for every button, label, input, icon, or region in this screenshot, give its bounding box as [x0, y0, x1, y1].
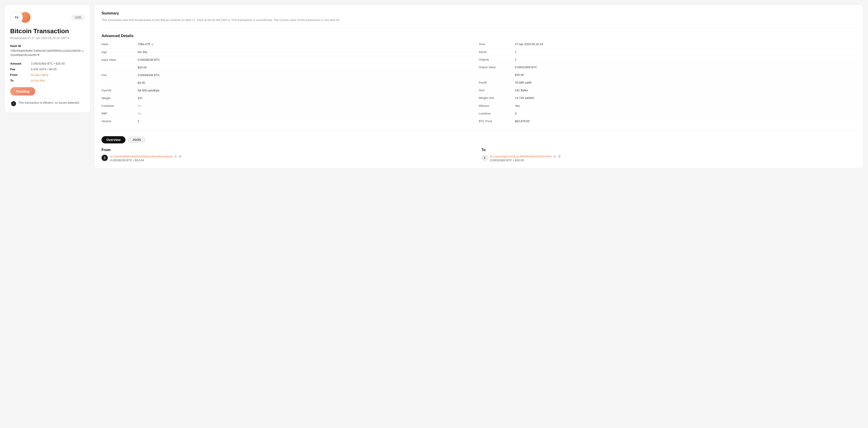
from-address[interactable]: bc1qw-a3phy	[31, 73, 85, 76]
fee-label: Fee	[10, 68, 28, 71]
adv-key: Fee/B	[479, 79, 515, 87]
adv-val: 33.696 sat/B	[515, 79, 856, 87]
adv-key: Coinbase	[101, 102, 138, 110]
summary-title: Summary	[101, 11, 856, 15]
amount-value: 0.00031800 BTC • $20.00	[31, 62, 85, 65]
adv-key: Locktime	[479, 110, 515, 118]
adv-val: $4.05	[138, 79, 479, 87]
tx-header: TX USD	[10, 11, 85, 24]
adv-key: Input Value	[101, 56, 138, 64]
adv-key: Output Value	[479, 63, 515, 71]
adv-val: No	[138, 102, 479, 110]
right-panel: Summary This transaction was first broad…	[94, 4, 864, 168]
from-amount: 0.00038236 BTC • $24.04	[110, 159, 182, 162]
adv-val: 0m 55s	[138, 48, 479, 56]
adv-key: Time	[479, 40, 515, 48]
adv-key: Weight	[101, 94, 138, 102]
left-panel: TX USD Bitcoin Transaction Broadcasted o…	[4, 4, 90, 113]
adv-col-left: Hash708e-07ff⧉Age0m 55sInput Value0.0003…	[101, 40, 479, 125]
adv-val: 191 Bytes	[515, 87, 856, 94]
adv-val: 708e-07ff⧉	[138, 40, 479, 48]
summary-section: Summary This transaction was first broad…	[101, 11, 856, 28]
tx-label: TX	[10, 11, 23, 24]
hash-label: Hash ID	[10, 44, 85, 48]
to-section: To 1 bc1qstcn6qpmuf7qzqc36l4664dh5n5tfe0…	[482, 148, 856, 162]
from-label: From	[10, 73, 28, 76]
adv-key: Hash	[101, 40, 138, 48]
adv-key: Size	[479, 87, 515, 94]
adv-val: 58.509 sat/vByte	[138, 87, 479, 94]
adv-val: 0.00031800 BTC	[515, 63, 856, 71]
adv-val: 1	[515, 48, 856, 56]
adv-col-right: Time27 Apr 2024 05:16:19Inputs1Outputs1O…	[479, 40, 856, 125]
check-icon	[11, 101, 16, 106]
from-details: bc1qwld4qftWknthkpf0v059qxqr46ahflahaa3p…	[110, 155, 182, 162]
adv-val: 1	[515, 56, 856, 63]
copy-from-icon[interactable]: ⧉	[174, 155, 177, 158]
hash-value: 708e59ab93bdfe71d0ee4d7afd949f09cc2c9a2c…	[10, 48, 85, 57]
from-section: From 1 bc1qwld4qftWknthkpf0v059qxqr46ahf…	[101, 148, 476, 162]
to-index: 1	[482, 155, 488, 161]
adv-key	[101, 79, 138, 87]
copy-icon[interactable]: ⧉	[151, 43, 155, 46]
to-title: To	[482, 148, 856, 152]
adv-key: Outputs	[479, 56, 515, 63]
pending-button[interactable]: Pending	[10, 87, 35, 96]
page-title: Bitcoin Transaction	[10, 27, 85, 35]
adv-val: 437	[138, 94, 479, 102]
details-grid: Amount 0.00031800 BTC • $20.00 Fee 6,436…	[10, 62, 85, 82]
from-title: From	[101, 148, 476, 152]
adv-val: 0.00038236 BTC	[138, 56, 479, 64]
to-addr[interactable]: bc1qstcn6qpmuf7qzqc36l4664dh5n5tfe0mxlfr…	[490, 155, 561, 158]
adv-key: BTC Price	[479, 118, 515, 125]
summary-text: This transaction was first broadcasted o…	[101, 18, 856, 23]
to-amount: 0.00031800 BTC • $20.00	[490, 159, 561, 162]
to-details: bc1qstcn6qpmuf7qzqc36l4664dh5n5tfe0mxlfr…	[490, 155, 561, 162]
adv-key	[101, 64, 138, 71]
tx-icon-wrap: TX	[10, 11, 31, 24]
from-index: 1	[101, 155, 108, 161]
adv-key: Fee	[101, 71, 138, 79]
adv-key	[479, 71, 515, 79]
from-addr[interactable]: bc1qwld4qftWknthkpf0v059qxqr46ahflahaa3p…	[110, 155, 182, 158]
adv-val: 27 Apr 2024 05:16:19	[515, 40, 856, 48]
adv-val: 0	[515, 110, 856, 118]
efficiency-note: This transaction is efficient, no issues…	[10, 101, 85, 106]
copy-hash-icon[interactable]: ⧉	[82, 49, 85, 52]
adv-key: Fee/VB	[101, 87, 138, 94]
amount-label: Amount	[10, 62, 28, 65]
from-to-grid: From 1 bc1qwld4qftWknthkpf0v059qxqr46ahf…	[101, 148, 856, 162]
adv-val: 2	[138, 118, 479, 125]
adv-val: $20.00	[515, 71, 856, 79]
hash-section: Hash ID 708e59ab93bdfe71d0ee4d7afd949f09…	[10, 44, 85, 57]
advanced-section: Advanced Details Hash708e-07ff⧉Age0m 55s…	[101, 34, 856, 131]
adv-key: Witness	[479, 102, 515, 110]
usd-badge[interactable]: USD	[71, 14, 85, 20]
advanced-title: Advanced Details	[101, 34, 856, 38]
from-row: 1 bc1qwld4qftWknthkpf0v059qxqr46ahflahaa…	[101, 155, 476, 162]
adv-val: No	[138, 110, 479, 118]
adv-val: $24.04	[138, 64, 479, 71]
broadcast-date: Broadcasted on 27 Apr 2024 05:16:19 GMT-…	[10, 36, 85, 40]
adv-key: Age	[101, 48, 138, 56]
fee-value: 6,436 SATS • $4.05	[31, 68, 85, 71]
to-address[interactable]: bc1qs-lfrte	[31, 79, 85, 82]
to-label: To	[10, 79, 28, 82]
adv-key: Weight Unit	[479, 94, 515, 102]
adv-key: RBF	[101, 110, 138, 118]
tabs-row: Overview JSON	[101, 136, 856, 143]
copy-to-icon[interactable]: ⧉	[553, 155, 556, 158]
external-from-icon[interactable]: ⊞	[179, 155, 182, 158]
external-to-icon[interactable]: ⊞	[558, 155, 561, 158]
adv-val: 0.00006436 BTC	[138, 71, 479, 79]
tab-json[interactable]: JSON	[127, 136, 146, 143]
adv-key: Version	[101, 118, 138, 125]
to-row: 1 bc1qstcn6qpmuf7qzqc36l4664dh5n5tfe0mxl…	[482, 155, 856, 162]
adv-key: Inputs	[479, 48, 515, 56]
tab-overview[interactable]: Overview	[101, 136, 125, 143]
adv-val: 14.728 sat/WU	[515, 94, 856, 102]
advanced-grid: Hash708e-07ff⧉Age0m 55sInput Value0.0003…	[101, 40, 856, 125]
adv-val: $62,879.50	[515, 118, 856, 125]
adv-val: Yes	[515, 102, 856, 110]
